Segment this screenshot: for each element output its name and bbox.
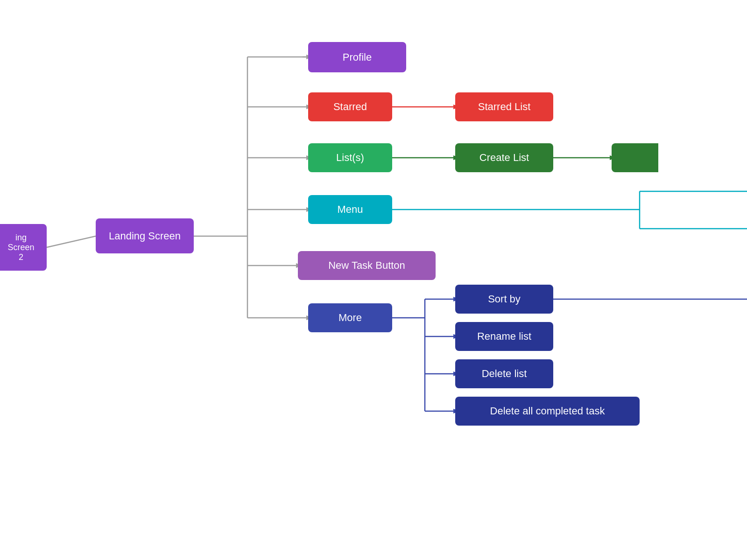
delete-completed-node: Delete all completed task	[455, 397, 640, 426]
loading-screen-node: ing Screen 2	[0, 224, 47, 271]
landing-screen-node: Landing Screen	[96, 218, 194, 253]
starred-node: Starred	[308, 92, 392, 121]
create-list-child-node	[612, 143, 658, 172]
svg-line-0	[47, 236, 96, 247]
new-task-button-node: New Task Button	[298, 251, 436, 280]
delete-list-node: Delete list	[455, 359, 553, 388]
starred-list-node: Starred List	[455, 92, 553, 121]
rename-list-node: Rename list	[455, 322, 553, 351]
lists-node: List(s)	[308, 143, 392, 172]
sort-by-node: Sort by	[455, 285, 553, 314]
more-node: More	[308, 303, 392, 332]
profile-node: Profile	[308, 42, 406, 72]
create-list-node: Create List	[455, 143, 553, 172]
menu-node: Menu	[308, 195, 392, 224]
